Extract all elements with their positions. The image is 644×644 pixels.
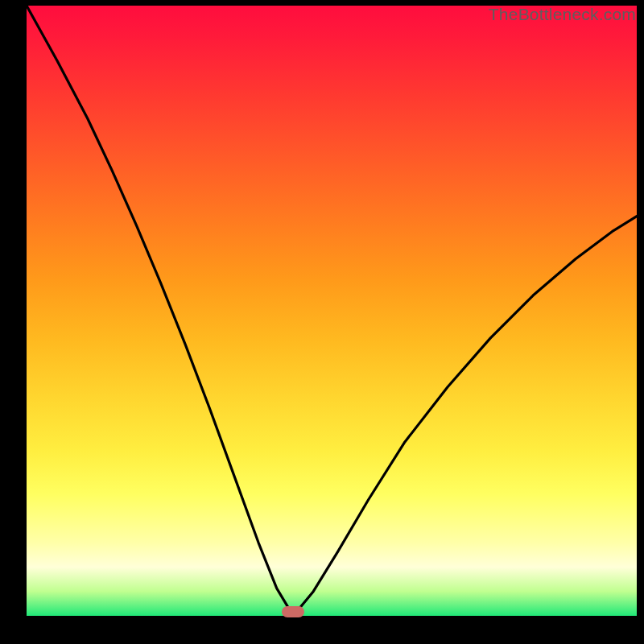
plot-area [27, 6, 637, 616]
curve-path [27, 6, 637, 616]
bottleneck-curve [27, 6, 637, 616]
minimum-marker [282, 606, 304, 617]
chart-container: TheBottleneck.com [0, 0, 644, 644]
attribution-label: TheBottleneck.com [489, 5, 636, 24]
